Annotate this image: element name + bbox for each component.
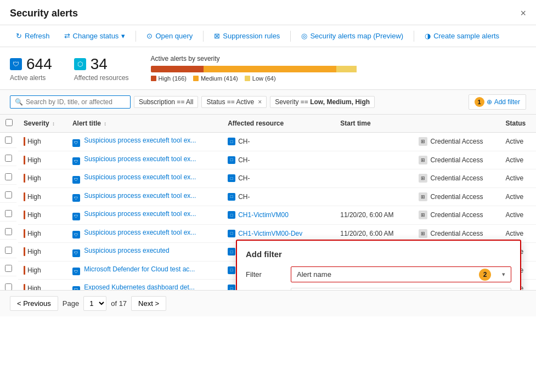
- severity-text: High: [27, 285, 41, 290]
- resources-icon: ⬡: [74, 58, 86, 70]
- row-checkbox[interactable]: [5, 247, 12, 254]
- col-affected-resource[interactable]: Affected resource: [222, 115, 335, 133]
- status-cell: Active: [500, 133, 536, 151]
- status-filter-tag[interactable]: Status == Active ×: [201, 96, 267, 108]
- alert-title-cell[interactable]: 🛡 Suspicious process executeft tool ex..…: [67, 133, 222, 151]
- row-checkbox-cell: [0, 280, 16, 291]
- resource-cell[interactable]: □CH1-VictimVM00: [222, 206, 335, 225]
- table-row[interactable]: High 🛡 Suspicious process executeft tool…: [0, 188, 536, 206]
- severity-cell: High: [18, 224, 67, 243]
- severity-filter-tag[interactable]: Severity == Low, Medium, High: [270, 96, 375, 108]
- search-input[interactable]: [26, 98, 114, 106]
- col-alert-title[interactable]: Alert title ↕: [67, 115, 222, 133]
- filter-bar: 🔍 Subscription == All Status == Active ×…: [0, 90, 536, 115]
- vm-icon: □: [228, 266, 235, 274]
- row-checkbox[interactable]: [5, 210, 12, 217]
- resource-cell[interactable]: □CH-: [222, 169, 335, 188]
- table-row[interactable]: High 🛡 Suspicious process executeft tool…: [0, 151, 536, 169]
- alert-title-link[interactable]: Suspicious process executeft tool ex...: [84, 155, 196, 163]
- alert-title-link[interactable]: Suspicious process executeft tool ex...: [84, 173, 196, 181]
- tactic-cell: ⊞ Credential Access: [413, 133, 500, 151]
- open-query-button[interactable]: ⊙ Open query: [140, 29, 199, 43]
- step2-badge: 2: [479, 269, 491, 281]
- page-select[interactable]: 1: [83, 296, 106, 311]
- alert-title-link[interactable]: Suspicious process executeft tool ex...: [84, 229, 196, 236]
- severity-cell: High: [18, 151, 67, 169]
- alert-title-cell[interactable]: 🛡 Microsoft Defender for Cloud test ac..…: [67, 261, 222, 280]
- resource-link[interactable]: CH1-VictimVM00: [238, 211, 289, 219]
- col-checkbox: [0, 115, 18, 133]
- row-checkbox[interactable]: [5, 228, 12, 235]
- tactic-icon: ⊞: [419, 211, 427, 219]
- resource-cell[interactable]: □CH-: [222, 151, 335, 169]
- alert-title-link[interactable]: Suspicious process executeft tool ex...: [84, 137, 196, 144]
- change-status-icon: ⇄: [64, 32, 70, 40]
- table-row[interactable]: High 🛡 Suspicious process executeft tool…: [0, 169, 536, 188]
- operator-select[interactable]: == ▾: [291, 288, 511, 290]
- change-status-button[interactable]: ⇄ Change status ▾: [58, 29, 132, 43]
- severity-high-bar: [151, 66, 204, 72]
- security-alerts-map-button[interactable]: ◎ Security alerts map (Preview): [295, 29, 409, 43]
- chevron-down-icon: ▾: [121, 32, 125, 40]
- suppression-rules-button[interactable]: ⊠ Suppression rules: [208, 29, 286, 43]
- alert-title-cell[interactable]: 🛡 Suspicious process executeft tool ex..…: [67, 169, 222, 188]
- subscription-filter-tag[interactable]: Subscription == All: [134, 96, 198, 108]
- severity-bar-indicator: [24, 266, 25, 275]
- row-checkbox[interactable]: [5, 265, 12, 272]
- filter-select[interactable]: Alert name 2 ▾: [291, 266, 511, 282]
- resource-cell[interactable]: □CH-: [222, 133, 335, 151]
- next-button[interactable]: Next >: [131, 296, 166, 311]
- row-checkbox[interactable]: [5, 137, 12, 144]
- add-filter-button[interactable]: 1 ⊕ Add filter: [469, 94, 526, 110]
- tactic-text: Credential Access: [430, 138, 483, 145]
- vm-icon: □: [228, 248, 235, 255]
- refresh-button[interactable]: ↻ Refresh: [10, 29, 56, 43]
- severity-bar: [151, 66, 359, 72]
- row-checkbox[interactable]: [5, 173, 12, 180]
- alert-title-cell[interactable]: 🛡 Suspicious process executeft tool ex..…: [67, 224, 222, 243]
- table-row[interactable]: High 🛡 Suspicious process executeft tool…: [0, 133, 536, 151]
- alert-shield-icon: 🛡: [72, 194, 80, 202]
- col-severity[interactable]: Severity ↕: [18, 115, 67, 133]
- select-all-checkbox[interactable]: [5, 119, 13, 126]
- of-label: of 17: [111, 299, 127, 308]
- alert-title-cell[interactable]: 🛡 Suspicious process executeft tool ex..…: [67, 206, 222, 225]
- col-start-time[interactable]: Start time: [335, 115, 413, 133]
- severity-cell: High: [18, 169, 67, 188]
- refresh-icon: ↻: [16, 32, 22, 40]
- vm-icon: □: [228, 230, 235, 237]
- row-checkbox[interactable]: [5, 191, 12, 198]
- row-checkbox[interactable]: [5, 155, 12, 162]
- resource-link[interactable]: CH1-VictimVM00-Dev: [238, 230, 302, 237]
- alert-title-link[interactable]: Suspicious process executeft tool ex...: [84, 192, 196, 200]
- resource-cell[interactable]: □CH-: [222, 188, 335, 206]
- alert-title-cell[interactable]: 🛡 Suspicious process executed: [67, 243, 222, 262]
- severity-bar-indicator: [24, 229, 25, 238]
- status-cell: Active: [500, 206, 536, 225]
- alert-title-cell[interactable]: 🛡 Suspicious process executeft tool ex..…: [67, 188, 222, 206]
- close-button[interactable]: ×: [520, 8, 526, 19]
- alert-title-link[interactable]: Microsoft Defender for Cloud test ac...: [84, 265, 195, 273]
- status-filter-close-icon[interactable]: ×: [258, 98, 262, 106]
- alert-title-cell[interactable]: 🛡 Suspicious process executeft tool ex..…: [67, 151, 222, 169]
- alert-title-link[interactable]: Suspicious process executed: [84, 247, 169, 254]
- alert-shield-icon: 🛡: [72, 286, 80, 291]
- search-box[interactable]: 🔍: [10, 95, 131, 109]
- table-row[interactable]: High 🛡 Suspicious process executeft tool…: [0, 206, 536, 225]
- alert-shield-icon: 🛡: [72, 139, 80, 147]
- alert-title-link[interactable]: Suspicious process executeft tool ex...: [84, 210, 196, 218]
- severity-bar-indicator: [24, 192, 25, 201]
- medium-dot: [193, 76, 199, 81]
- previous-button[interactable]: < Previous: [10, 296, 58, 311]
- severity-bar-indicator: [24, 247, 25, 256]
- alert-title-link[interactable]: Exposed Kubernetes dashboard det...: [84, 283, 194, 290]
- create-sample-alerts-button[interactable]: ◑ Create sample alerts: [419, 29, 505, 43]
- severity-text: High: [27, 193, 41, 201]
- time-cell: [335, 133, 413, 151]
- vm-icon: □: [228, 211, 235, 219]
- tactic-cell: ⊞ Credential Access: [413, 151, 500, 169]
- alert-title-cell[interactable]: 🛡 Exposed Kubernetes dashboard det...: [67, 280, 222, 291]
- active-alerts-stat: 🛡 644 Active alerts: [10, 55, 52, 82]
- row-checkbox[interactable]: [5, 283, 12, 291]
- map-icon: ◎: [301, 32, 307, 40]
